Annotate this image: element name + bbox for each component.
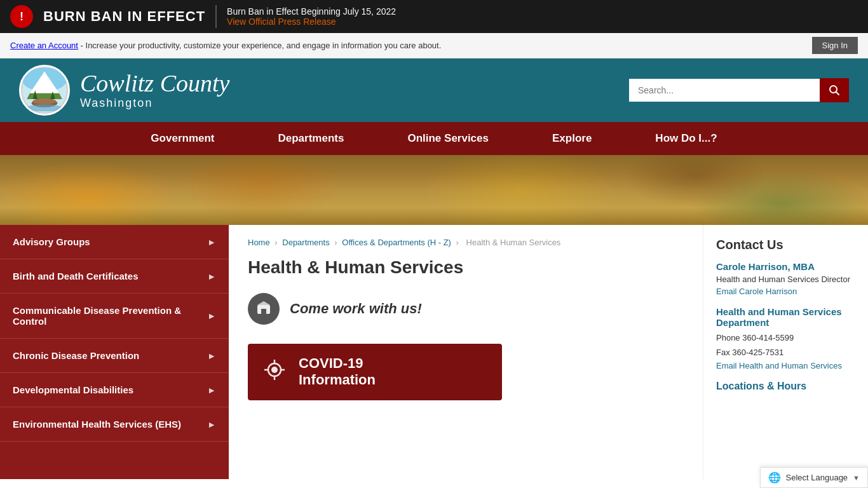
svg-point-20 — [271, 367, 278, 373]
breadcrumb-offices[interactable]: Offices & Departments (H - Z) — [342, 238, 451, 247]
site-name-sub: Washington — [80, 97, 229, 110]
site-logo[interactable] — [19, 65, 70, 116]
contact-person-section: Carole Harrison, MBA Health and Human Se… — [716, 261, 855, 296]
sidebar-item-birth-death[interactable]: Birth and Death Certificates ► — [0, 259, 229, 294]
burn-ban-banner: ! BURN BAN IN EFFECT Burn Ban in Effect … — [0, 0, 868, 33]
burn-ban-icon: ! — [10, 5, 33, 28]
covid-banner[interactable]: COVID-19 Information — [248, 344, 502, 400]
chevron-right-icon: ► — [207, 419, 216, 430]
account-bar: Create an Account - Increase your produc… — [0, 33, 868, 58]
logo-area: Cowlitz County Washington — [19, 65, 229, 116]
contact-us-title: Contact Us — [716, 238, 855, 252]
svg-point-8 — [33, 98, 57, 104]
chevron-down-icon: ▼ — [853, 474, 860, 480]
contact-fax: Fax 360-425-7531 — [716, 346, 855, 360]
contact-phone: Phone 360-414-5599 — [716, 332, 855, 345]
content-wrapper: Advisory Groups ► Birth and Death Certif… — [0, 225, 868, 479]
burn-ban-title: BURN BAN IN EFFECT — [43, 8, 205, 25]
account-bar-desc: - Increase your productivity, customize … — [78, 41, 441, 50]
nav-government[interactable]: Government — [119, 122, 246, 155]
burn-ban-divider — [215, 5, 217, 28]
sidebar-item-label: Environmental Health Services (EHS) — [13, 419, 181, 430]
language-bar[interactable]: 🌐 Select Language ▼ — [760, 467, 868, 479]
locations-title: Locations & Hours — [716, 381, 855, 392]
chevron-right-icon: ► — [207, 271, 216, 281]
language-select-label: Select Language — [786, 473, 848, 479]
sidebar-item-environmental-health[interactable]: Environmental Health Services (EHS) ► — [0, 407, 229, 442]
svg-marker-4 — [27, 93, 62, 99]
contact-dept-email-link[interactable]: Email Health and Human Services — [716, 361, 855, 370]
sidebar-item-communicable-disease[interactable]: Communicable Disease Prevention & Contro… — [0, 294, 229, 339]
nav-departments[interactable]: Departments — [247, 122, 376, 155]
sidebar-item-label: Communicable Disease Prevention & Contro… — [13, 305, 207, 327]
search-input[interactable] — [629, 79, 820, 102]
contact-dept-section: Health and Human Services Department Pho… — [716, 306, 855, 370]
sidebar-item-label: Developmental Disabilities — [13, 384, 133, 395]
breadcrumb-sep: › — [275, 238, 280, 247]
site-name-main: Cowlitz County — [80, 71, 229, 97]
hero-image — [0, 155, 868, 225]
svg-marker-13 — [257, 301, 270, 305]
covid-text: COVID-19 Information — [299, 355, 376, 389]
come-work-text: Come work with us! — [290, 301, 422, 317]
search-area — [629, 78, 849, 102]
chevron-right-icon: ► — [207, 351, 216, 361]
nav-how-do-i[interactable]: How Do I...? — [623, 122, 749, 155]
contact-person-email-link[interactable]: Email Carole Harrison — [716, 287, 855, 296]
breadcrumb: Home › Departments › Offices & Departmen… — [248, 238, 684, 247]
burn-ban-link[interactable]: View Official Press Release — [227, 17, 396, 27]
sidebar-item-label: Chronic Disease Prevention — [13, 350, 139, 361]
covid-line2: Information — [299, 372, 376, 388]
nav-online-services[interactable]: Online Services — [376, 122, 520, 155]
breadcrumb-sep: › — [456, 238, 461, 247]
sidebar-item-advisory-groups[interactable]: Advisory Groups ► — [0, 225, 229, 259]
site-name: Cowlitz County Washington — [80, 71, 229, 111]
breadcrumb-current: Health & Human Services — [466, 238, 561, 247]
search-button[interactable] — [820, 78, 849, 102]
contact-person-role: Health and Human Services Director — [716, 274, 855, 284]
chevron-right-icon: ► — [207, 385, 216, 395]
create-account-link[interactable]: Create an Account — [10, 41, 78, 50]
site-header: Cowlitz County Washington — [0, 58, 868, 122]
account-bar-text: Create an Account - Increase your produc… — [10, 41, 441, 50]
main-nav: Government Departments Online Services E… — [0, 122, 868, 155]
covid-icon — [263, 358, 286, 386]
right-sidebar: Contact Us Carole Harrison, MBA Health a… — [703, 225, 868, 479]
sidebar-item-label: Birth and Death Certificates — [13, 271, 139, 281]
chevron-right-icon: ► — [207, 237, 216, 247]
come-work-icon — [248, 293, 280, 325]
chevron-right-icon: ► — [207, 311, 216, 321]
svg-rect-14 — [261, 309, 266, 314]
nav-explore[interactable]: Explore — [520, 122, 623, 155]
breadcrumb-sep: › — [334, 238, 339, 247]
breadcrumb-departments[interactable]: Departments — [282, 238, 329, 247]
sidebar-item-developmental-disabilities[interactable]: Developmental Disabilities ► — [0, 373, 229, 407]
sidebar-item-chronic-disease[interactable]: Chronic Disease Prevention ► — [0, 339, 229, 373]
burn-ban-text: Burn Ban in Effect Beginning July 15, 20… — [227, 6, 396, 17]
sidebar: Advisory Groups ► Birth and Death Certif… — [0, 225, 229, 479]
burn-ban-content: Burn Ban in Effect Beginning July 15, 20… — [227, 6, 396, 27]
breadcrumb-home[interactable]: Home — [248, 238, 270, 247]
sign-in-button[interactable]: Sign In — [812, 37, 858, 54]
covid-line1: COVID-19 — [299, 355, 376, 372]
contact-person-name: Carole Harrison, MBA — [716, 261, 855, 272]
main-content: Home › Departments › Offices & Departmen… — [229, 225, 703, 479]
sidebar-item-label: Advisory Groups — [13, 236, 90, 247]
come-work-banner: Come work with us! — [248, 293, 684, 325]
search-icon — [829, 85, 840, 96]
svg-point-9 — [27, 104, 62, 111]
contact-dept-title: Health and Human Services Department — [716, 306, 855, 328]
svg-line-11 — [836, 92, 839, 95]
language-icon: 🌐 — [768, 471, 781, 479]
page-title: Health & Human Services — [248, 257, 684, 278]
